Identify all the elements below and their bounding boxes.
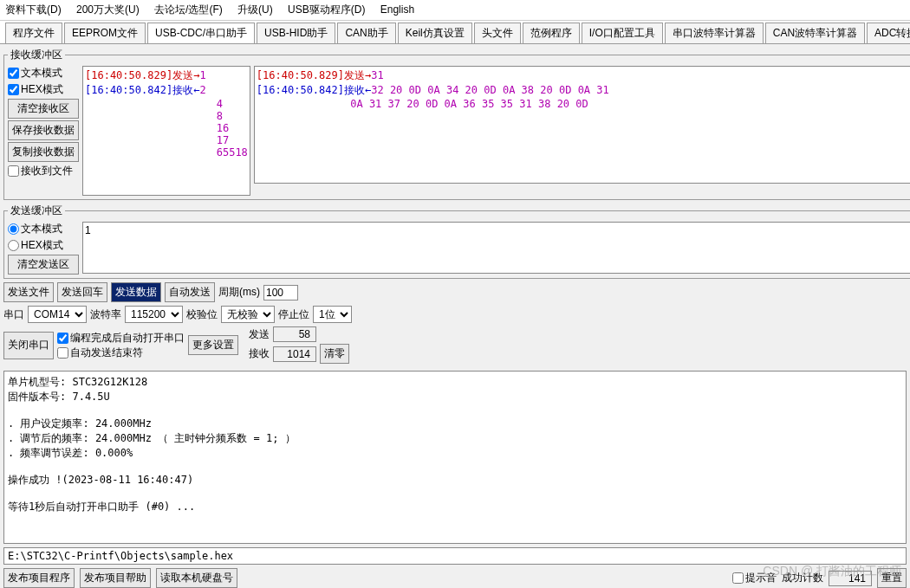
tab-9[interactable]: 串口波特率计算器 [665,23,764,43]
tab-2[interactable]: USB-CDC/串口助手 [147,23,255,44]
send-data-button[interactable]: 发送数据 [111,282,161,302]
clear-zero-button[interactable]: 清零 [320,344,349,364]
file-path[interactable]: E:\STC32\C-Printf\Objects\sample.hex [3,547,907,565]
send-file-button[interactable]: 发送文件 [3,282,54,302]
rx-clear-button[interactable]: 清空接收区 [8,99,79,119]
tab-1[interactable]: EEPROM文件 [64,23,146,43]
recv-count-label: 接收 [249,346,270,361]
rx-copy-button[interactable]: 复制接收数据 [8,142,79,162]
tab-11[interactable]: ADC转换速度计算器 [867,23,910,43]
send-toolbar: 发送文件 发送回车 发送数据 自动发送 周期(ms) [3,282,910,302]
menu-lottery[interactable]: 200万大奖(U) [76,3,140,16]
tab-4[interactable]: CAN助手 [337,23,395,43]
tab-3[interactable]: USB-HID助手 [257,23,335,43]
tx-clear-button[interactable]: 清空发送区 [8,255,79,275]
tx-input[interactable] [82,222,910,274]
stop-label: 停止位 [278,307,309,322]
menu-download[interactable]: 资料下载(D) [5,3,62,16]
rx-log-left[interactable]: [16:40:50.829]发送→1[16:40:50.842]接收←2 4 8… [82,66,250,196]
tx-fieldset: 发送缓冲区 文本模式 HEX模式 清空发送区 [3,204,910,279]
auto-term-check[interactable]: 自动发送结束符 [57,346,185,360]
menu-upgrade[interactable]: 升级(U) [237,3,273,16]
rx-legend: 接收缓冲区 [8,48,65,62]
menu-bar: 资料下载(D) 200万大奖(U) 去论坛/选型(F) 升级(U) USB驱动程… [0,0,910,21]
close-port-button[interactable]: 关闭串口 [3,332,54,359]
tab-10[interactable]: CAN波特率计算器 [765,23,865,43]
read-serial-button[interactable]: 读取本机硬盘号 [156,568,237,588]
success-count-label: 成功计数 [782,571,823,585]
rx-hex-mode[interactable]: HEX模式 [8,82,79,97]
parity-label: 校验位 [186,307,218,322]
auto-send-button[interactable]: 自动发送 [165,282,215,302]
stop-select[interactable]: 1位 [313,306,352,323]
port-label: 串口 [3,307,24,322]
tx-legend: 发送缓冲区 [8,204,65,218]
more-settings-button[interactable]: 更多设置 [188,335,238,355]
tab-7[interactable]: 范例程序 [523,23,580,43]
tip-sound-check[interactable]: 提示音 [732,571,777,585]
tab-8[interactable]: I/O口配置工具 [582,23,663,43]
send-count: 58 [273,326,316,342]
rx-right-scrollbar[interactable] [254,184,910,196]
port-toolbar: 串口 COM14 波特率 115200 校验位 无校验 停止位 1位 [3,306,910,323]
control-toolbar: 关闭串口 编程完成后自动打开串口 自动发送结束符 更多设置 发送 58 接收 1… [3,326,910,364]
baud-select[interactable]: 115200 [125,306,183,323]
rx-text-mode[interactable]: 文本模式 [8,66,79,81]
rx-fieldset: 接收缓冲区 文本模式 HEX模式 清空接收区 保存接收数据 复制接收数据 接收到… [3,48,910,200]
success-count: 141 [829,571,872,586]
tx-hex-mode[interactable]: HEX模式 [8,238,79,253]
port-select[interactable]: COM14 [28,306,87,323]
send-cr-button[interactable]: 发送回车 [57,282,107,302]
period-input[interactable] [263,285,298,300]
rx-log-right[interactable]: [16:40:50.829]发送→31[16:40:50.842]接收←32 2… [254,66,910,184]
menu-english[interactable]: English [380,3,414,16]
publish-help-button[interactable]: 发布项目帮助 [80,568,151,588]
parity-select[interactable]: 无校验 [221,306,275,323]
baud-label: 波特率 [90,307,121,322]
publish-program-button[interactable]: 发布项目程序 [3,568,75,588]
auto-open-check[interactable]: 编程完成后自动打开串口 [57,331,185,346]
recv-count: 1014 [273,346,316,362]
console-output[interactable]: 单片机型号: STC32G12K128 固件版本号: 7.4.5U . 用户设定… [3,371,907,544]
menu-usb-driver[interactable]: USB驱动程序(D) [288,3,365,16]
menu-forum[interactable]: 去论坛/选型(F) [154,3,223,16]
tab-bar: 程序文件EEPROM文件USB-CDC/串口助手USB-HID助手CAN助手Ke… [0,21,910,44]
tab-0[interactable]: 程序文件 [5,23,62,43]
reset-button[interactable]: 重置 [877,568,907,588]
rx-save-button[interactable]: 保存接收数据 [8,120,79,140]
tab-5[interactable]: Keil仿真设置 [398,23,472,43]
send-count-label: 发送 [249,327,270,342]
period-label: 周期(ms) [218,285,260,300]
tab-6[interactable]: 头文件 [474,23,521,43]
rx-to-file[interactable]: 接收到文件 [8,164,79,178]
tx-text-mode[interactable]: 文本模式 [8,222,79,236]
